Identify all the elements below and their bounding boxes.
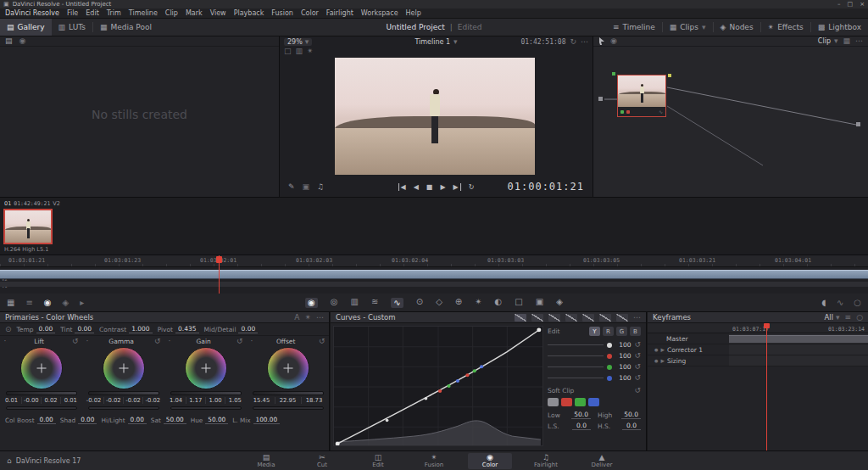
- low-value[interactable]: 50.0: [571, 411, 591, 419]
- scopes-toggle-icon[interactable]: ∿: [837, 299, 843, 307]
- pivot-value[interactable]: 0.435: [175, 325, 198, 333]
- blur-tab-icon[interactable]: ◐: [495, 298, 503, 308]
- curve-type-hue-vs-sat-button[interactable]: [548, 314, 560, 322]
- g-gain-slider[interactable]: [548, 366, 604, 367]
- gain-b-value[interactable]: 1.05: [225, 397, 244, 404]
- corrector-enabled-dot[interactable]: ●: [654, 348, 658, 352]
- node-key-output-dot[interactable]: [668, 74, 671, 77]
- lift-y-value[interactable]: 0.01: [3, 397, 21, 404]
- timeline-playhead-flag[interactable]: [216, 256, 222, 263]
- menu-file[interactable]: File: [67, 9, 78, 17]
- b-reset-icon[interactable]: ↺: [634, 374, 641, 382]
- master-keyframe-bar[interactable]: [729, 335, 868, 343]
- qualifier-tab-icon[interactable]: ⊙: [416, 298, 423, 308]
- channel-g-button[interactable]: G: [616, 327, 627, 336]
- hand-tool-icon[interactable]: ◉: [610, 37, 617, 45]
- menu-fusion[interactable]: Fusion: [271, 9, 293, 17]
- keyframe-info-icon[interactable]: ○: [856, 314, 863, 322]
- soft-clip-reset-icon[interactable]: ↺: [634, 387, 641, 394]
- y-reset-icon[interactable]: ↺: [634, 341, 641, 349]
- page-fairlight[interactable]: ♫ Fairlight: [524, 453, 568, 469]
- info-toggle-icon[interactable]: ○: [854, 299, 861, 307]
- clips-thumbnails-icon[interactable]: ▦: [7, 299, 14, 307]
- close-icon[interactable]: ×: [860, 1, 865, 8]
- soft-clip-y-button[interactable]: [548, 398, 559, 406]
- offset-level-bar[interactable]: [253, 406, 324, 410]
- lift-g-value[interactable]: 0.02: [41, 397, 60, 404]
- keyframe-row-master[interactable]: Master: [648, 333, 868, 344]
- gamma-g-value[interactable]: -0.02: [123, 397, 142, 404]
- stop-button[interactable]: ■: [426, 183, 433, 191]
- curve-editor[interactable]: [333, 326, 543, 446]
- playhead-mode-icon[interactable]: ◉: [44, 299, 52, 307]
- menu-fairlight[interactable]: Fairlight: [326, 9, 353, 17]
- auto-balance-icon[interactable]: A: [294, 314, 299, 322]
- curve-type-hue-vs-hue-button[interactable]: [531, 314, 543, 322]
- offset-color-wheel[interactable]: [267, 347, 309, 389]
- channel-y-button[interactable]: Y: [589, 327, 600, 336]
- annotation-pen-icon[interactable]: ✎: [288, 183, 295, 191]
- menu-mark[interactable]: Mark: [186, 9, 203, 17]
- menu-help[interactable]: Help: [406, 9, 421, 17]
- nodes-toggle-button[interactable]: ◈ Nodes: [714, 19, 760, 36]
- more-options-icon[interactable]: ⋯: [316, 314, 324, 322]
- gamma-reset-icon[interactable]: ↺: [154, 338, 161, 345]
- media-pool-toggle-button[interactable]: ▦ Media Pool: [93, 19, 159, 36]
- key-tab-icon[interactable]: □: [515, 298, 522, 308]
- gain-master-wheel[interactable]: [170, 391, 242, 395]
- channel-b-button[interactable]: B: [630, 327, 641, 336]
- offset-master-wheel[interactable]: [253, 391, 324, 395]
- pointer-tool-icon[interactable]: [598, 37, 605, 45]
- soft-clip-g-button[interactable]: [575, 398, 586, 406]
- node-rgb-input-dot[interactable]: [612, 72, 615, 76]
- timeline-ruler[interactable]: 01:03:01:21 01:03:01:23 01:03:02:01 01:0…: [0, 255, 868, 267]
- lift-color-wheel[interactable]: [20, 347, 63, 389]
- r-gain-slider[interactable]: [548, 355, 604, 356]
- curve-type-hue-vs-lum-button[interactable]: [565, 314, 577, 322]
- tracker-tab-icon[interactable]: ⊕: [455, 298, 462, 308]
- b-gain-value[interactable]: 100: [615, 374, 631, 382]
- expand-chevron-icon[interactable]: ▸: [660, 346, 665, 354]
- menu-edit[interactable]: Edit: [86, 9, 99, 17]
- split-view-icon[interactable]: ◈: [63, 299, 70, 307]
- curve-type-custom-button[interactable]: [515, 314, 526, 322]
- viewer-timeline-select[interactable]: Timeline 1 ▾: [415, 38, 457, 46]
- menu-timeline[interactable]: Timeline: [129, 9, 158, 17]
- loop-mode-icon[interactable]: ↻: [570, 38, 576, 46]
- col-boost-value[interactable]: 0.00: [37, 416, 56, 424]
- gain-r-value[interactable]: 1.17: [186, 397, 205, 404]
- g-gain-value[interactable]: 100: [615, 363, 631, 371]
- page-edit[interactable]: ◫ Edit: [356, 453, 400, 469]
- minimize-icon[interactable]: –: [837, 1, 841, 8]
- magic-mask-tab-icon[interactable]: ✴: [475, 298, 481, 308]
- home-icon[interactable]: ⌂: [7, 457, 12, 465]
- page-fusion[interactable]: ✴ Fusion: [412, 453, 456, 469]
- timeline-view-icon[interactable]: ≡: [25, 299, 32, 307]
- stills-album-icon[interactable]: ▤: [5, 37, 13, 45]
- lum-mix-value[interactable]: 100.00: [253, 416, 281, 424]
- grab-still-icon[interactable]: ◉: [19, 37, 26, 45]
- camera-raw-icon[interactable]: ⊙: [5, 326, 12, 333]
- flag-filter-icon[interactable]: ▸: [80, 299, 84, 307]
- menu-view[interactable]: View: [210, 9, 226, 17]
- page-media[interactable]: ▤ Media: [244, 453, 288, 469]
- keyframes-playhead-flag[interactable]: [764, 323, 770, 328]
- more-options-icon[interactable]: ⋯: [633, 314, 641, 322]
- page-color[interactable]: ◉ Color: [468, 453, 512, 469]
- tint-value[interactable]: 0.00: [75, 325, 94, 333]
- motion-effects-tab-icon[interactable]: ≋: [371, 298, 378, 308]
- curve-type-lum-vs-sat-button[interactable]: [582, 314, 594, 322]
- gamma-color-wheel[interactable]: [103, 347, 145, 389]
- offset-reset-icon[interactable]: ↺: [319, 338, 326, 345]
- soft-clip-b-button[interactable]: [588, 398, 599, 406]
- b-gain-slider[interactable]: [548, 378, 604, 378]
- viewer-zoom-select[interactable]: 29% ▾: [284, 38, 312, 46]
- low-softness-value[interactable]: 0.0: [572, 422, 591, 430]
- g-reset-icon[interactable]: ↺: [634, 363, 641, 371]
- play-button[interactable]: ▶: [440, 183, 445, 191]
- color-wheels-tab-icon[interactable]: ◉: [305, 298, 318, 308]
- menu-davinci-resolve[interactable]: DaVinci Resolve: [5, 9, 59, 17]
- enhanced-viewer-icon[interactable]: ✴: [307, 48, 314, 55]
- y-gain-value[interactable]: 100: [615, 341, 631, 349]
- go-to-last-frame-button[interactable]: ▶: [453, 183, 461, 191]
